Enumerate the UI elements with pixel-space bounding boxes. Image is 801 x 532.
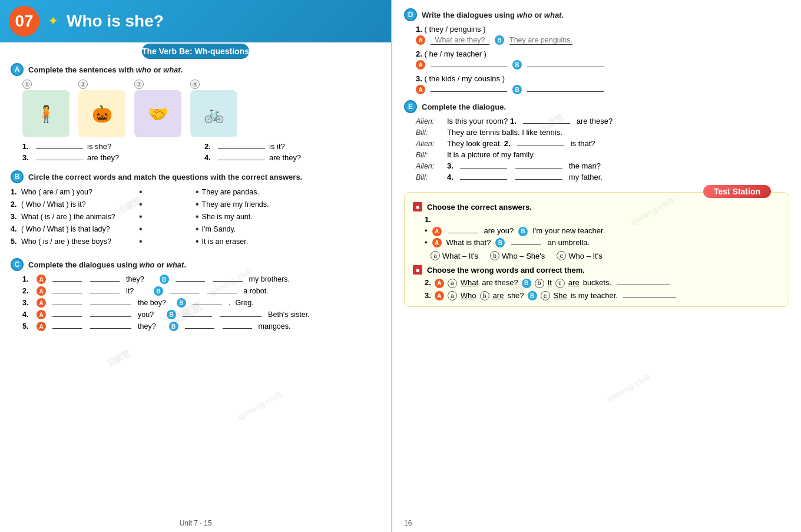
test-station-banner: Test Station: [703, 185, 771, 198]
section-d-title: Write the dialogues using who or what.: [422, 11, 564, 19]
match-row-4: 4. ( Who / What ) is that lady? •: [11, 224, 196, 234]
section-a: A Complete the sentences with who or wha…: [0, 60, 391, 167]
left-page: 07 ✦ Who is she? The Verb Be: Wh-questio…: [0, 0, 392, 532]
img-item-2: ② 🎃: [78, 80, 125, 137]
section-e-badge: E: [404, 100, 417, 113]
fill-item-a4: 4. are they?: [204, 153, 380, 162]
ts-section1-header: ■ Choose the correct answers.: [413, 202, 780, 212]
e-line-3: Alien: They look great. 2. is that?: [416, 139, 789, 148]
e-line-2: Bill: They are tennis balls. I like tenn…: [416, 128, 789, 137]
c-row-4: 4. A you? B Beth's sister.: [22, 310, 380, 319]
answer-row-2: • They are my friends.: [196, 199, 380, 210]
section-e-title: Complete the dialogue.: [422, 103, 506, 111]
watermark-4: qimeng.club: [237, 389, 283, 421]
match-row-1: 1. Who ( are / am ) you? •: [11, 187, 196, 197]
blank-a1[interactable]: [36, 148, 83, 149]
ts-q1: 1. • A are you? B I'm your new teacher. …: [425, 215, 780, 260]
image-1: 🧍: [22, 90, 69, 137]
image-4: 🚲: [190, 90, 237, 137]
c-row-3: 3. A the boy? B . Greg.: [22, 298, 380, 308]
d-item-3: 3. ( the kids / my cousins ) A B: [416, 74, 789, 94]
section-b-title: Circle the correct words and match the q…: [28, 173, 302, 181]
ts-section2-title: Choose the wrong words and correct them.: [427, 266, 585, 275]
blank-a2[interactable]: [218, 148, 265, 149]
ts-q1-choices: a What – It's b Who – She's c Who – It's: [431, 251, 780, 260]
fill-item-a2: 2. is it?: [204, 142, 380, 151]
red-square-1: ■: [413, 202, 422, 212]
page-header: 07 ✦ Who is she?: [0, 0, 391, 42]
c-row-5: 5. A they? B mangoes.: [22, 322, 380, 331]
c-row-1: 1. A they? B my brothers.: [22, 275, 380, 284]
section-e: E Complete the dialogue. Alien: Is this …: [404, 100, 789, 181]
section-c-title: Complete the dialogues using who or what…: [28, 260, 186, 269]
page-title: Who is she?: [67, 12, 164, 31]
answer-row-4: • I'm Sandy.: [196, 224, 380, 234]
e-line-6: Bill: 4. my father.: [416, 173, 789, 181]
ts-section2-header: ■ Choose the wrong words and correct the…: [413, 265, 780, 275]
test-station: Test Station ■ Choose the correct answer…: [404, 192, 789, 307]
answer-row-5: • It is an eraser.: [196, 236, 380, 247]
answer-row-3: • She is my aunt.: [196, 212, 380, 222]
match-row-5: 5. Who ( is / are ) these boys? •: [11, 236, 196, 247]
img-item-3: ③ 🤝: [134, 80, 181, 137]
ts-q1-line1: • A are you? B I'm your new teacher.: [425, 226, 780, 236]
e-dialogues: Alien: Is this your room? 1. are these? …: [416, 117, 789, 181]
match-row-2: 2. ( Who / What ) is it? •: [11, 199, 196, 210]
subtitle-banner: The Verb Be: Wh-questions: [142, 44, 249, 59]
img-item-4: ④ 🚲: [190, 80, 237, 137]
section-b: B Circle the correct words and match the…: [0, 167, 391, 251]
fill-grid-a: 1. is she? 2. is it? 3. are they? 4. are…: [22, 142, 380, 162]
match-row-3: 3. What ( is / are ) the animals? •: [11, 212, 196, 222]
ts-wrong-words: 2. A a What are these? B b It c are buck…: [425, 278, 780, 300]
section-a-title: Complete the sentences with who or what.: [28, 65, 183, 74]
watermark-r4: qimeng.club: [605, 371, 652, 404]
section-c-badge: C: [11, 258, 24, 271]
image-2: 🎃: [78, 90, 125, 137]
choice-c[interactable]: c Who – It's: [557, 251, 602, 260]
page-number-left: Unit 7 · 15: [180, 519, 212, 527]
match-right: • They are pandas. • They are my friends…: [196, 187, 380, 249]
e-line-5: Alien: 3. the man?: [416, 161, 789, 170]
match-left: 1. Who ( are / am ) you? • 2. ( Who / Wh…: [11, 187, 196, 249]
d-item-1: 1. ( they / penguins ) A What are they? …: [416, 25, 789, 45]
img-item-1: ① 🧍: [22, 80, 69, 137]
choice-b[interactable]: b Who – She's: [490, 251, 545, 260]
right-page: D Write the dialogues using who or what.…: [392, 0, 801, 532]
e-line-4: Bill: It is a picture of my family.: [416, 150, 789, 159]
red-square-2: ■: [413, 265, 422, 275]
d-item-2: 2. ( he / my teacher ) A B: [416, 49, 789, 70]
ts-section1-title: Choose the correct answers.: [427, 203, 532, 212]
images-row: ① 🧍 ② 🎃 ③ 🤝 ④ 🚲: [22, 80, 380, 137]
section-c: C Complete the dialogues using who or wh…: [0, 255, 391, 336]
ts-q1-line2: • A What is that? B an umbrella.: [425, 238, 780, 248]
c-row-2: 2. A it? B a robot.: [22, 286, 380, 296]
blank-a4[interactable]: [218, 160, 265, 160]
fill-item-a1: 1. is she?: [22, 142, 198, 151]
d-items: 1. ( they / penguins ) A What are they? …: [416, 25, 789, 94]
c-rows: 1. A they? B my brothers. 2. A it? B: [22, 275, 380, 331]
section-b-badge: B: [11, 170, 24, 183]
choice-a[interactable]: a What – It's: [431, 251, 478, 260]
answer-row-1: • They are pandas.: [196, 187, 380, 197]
e-line-1: Alien: Is this your room? 1. are these?: [416, 117, 789, 125]
fill-item-a3: 3. are they?: [22, 153, 198, 162]
section-d: D Write the dialogues using who or what.…: [404, 8, 789, 94]
ts-q3: 3. A a Who b are she? B c She is my teac…: [425, 291, 780, 301]
blank-a3[interactable]: [36, 160, 83, 160]
image-3: 🤝: [134, 90, 181, 137]
ts-q2: 2. A a What are these? B b It c are buck…: [425, 278, 780, 288]
watermark-3: 启蒙慧: [105, 348, 131, 370]
match-cols: 1. Who ( are / am ) you? • 2. ( Who / Wh…: [11, 187, 380, 249]
page-number-right: 16: [404, 519, 412, 527]
section-d-badge: D: [404, 8, 417, 21]
ts-q1-num: 1.: [425, 215, 780, 224]
star-icon: ✦: [48, 14, 58, 29]
section-a-badge: A: [11, 63, 24, 76]
unit-badge: 07: [9, 6, 39, 37]
